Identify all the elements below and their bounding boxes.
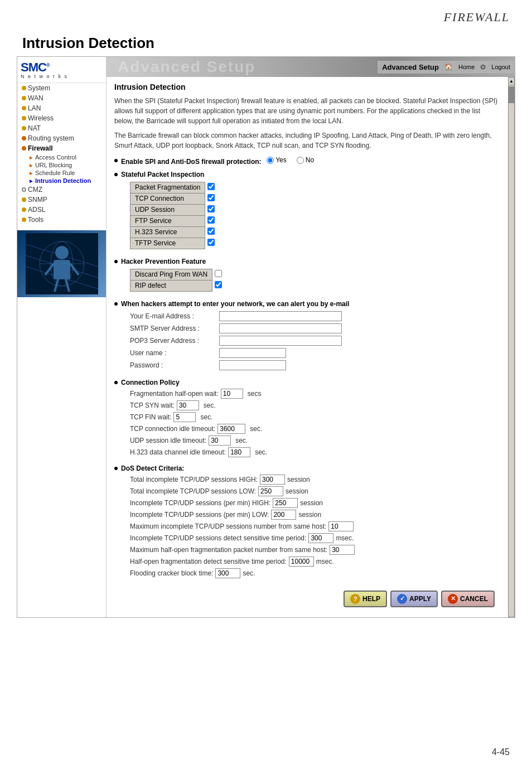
tftp-service-checkbox[interactable] [207,239,215,246]
sidebar-item-tools[interactable]: Tools [17,215,106,225]
spi-no-radio[interactable] [297,157,304,164]
dos-tcp-udp-high-input[interactable] [260,475,285,485]
hacker-bullet-item: Hacker Prevention Feature Discard Ping F… [114,257,500,295]
home-link[interactable]: Home [458,64,475,70]
dos-section-wrap: DoS Detect Criteria: Total incomplete TC… [121,464,357,580]
dos-max-same-host-input[interactable] [328,521,354,531]
sidebar-item-adsl[interactable]: ADSL [17,205,106,215]
sidebar-item-firewall[interactable]: Firewall [17,143,106,153]
dos-max-same-host-row: Maximum incomplete TCP/UDP sessions numb… [130,521,357,531]
udp-idle-input[interactable] [209,436,231,446]
h323-idle-row: H.323 data channel idle timeout: sec. [130,447,267,457]
sidebar-item-intrusion-detection[interactable]: ► Intrusion Detection [26,177,106,185]
sidebar-item-lan[interactable]: LAN [17,103,106,113]
sidebar-item-url-blocking[interactable]: ► URL Blocking [26,161,106,169]
dos-tcp-udp-high-row: Total incomplete TCP/UDP sessions HIGH: … [130,475,357,485]
smtp-addr-input[interactable] [219,323,342,333]
pop3-addr-row: POP3 Server Address : [130,336,349,346]
hacker-bullet-dot [114,260,118,263]
conn-policy-bullet-item: Connection Policy Fragmentation half-ope… [114,378,500,459]
spi-bullet-dot [114,159,118,162]
dos-tcp-udp-low-input[interactable] [258,486,283,496]
tcp-conn-checkbox[interactable] [207,194,215,201]
page-number: 4-45 [492,747,510,757]
access-control-arrow: ► [28,154,34,161]
dos-incomplete-low-input[interactable] [271,510,296,520]
email-addr-input[interactable] [219,311,342,321]
dos-max-half-open-input[interactable] [330,545,355,555]
sidebar-item-system[interactable]: System [17,83,106,93]
conn-policy-bullet-dot [114,381,118,384]
apply-button[interactable]: ✓ APPLY [390,591,438,607]
tftp-service-label: TFTP Service [130,238,205,249]
ftp-service-checkbox[interactable] [207,216,215,224]
scrollbar-thumb[interactable] [509,86,514,103]
spi-check-table: Packet Fragmentation TCP Connecti [130,182,217,249]
packet-frag-checkbox[interactable] [207,183,215,190]
firewall-bullet [22,146,26,151]
sidebar-item-snmp[interactable]: SNMP [17,195,106,205]
udp-session-checkbox[interactable] [207,205,215,212]
spi-yes-label: Yes [275,156,287,164]
dos-flooding-input[interactable] [215,568,240,578]
scrollbar-up-button[interactable]: ▲ [509,78,514,85]
header-separator: ⊙ [480,63,486,71]
tcp-idle-input[interactable] [217,424,245,434]
content-header-right: Advanced Setup 🏠 Home ⊙ Logout [378,61,515,74]
sidebar-item-access-control[interactable]: ► Access Control [26,153,106,161]
udp-session-label: UDP Session [130,204,205,215]
dos-incomplete-high-input[interactable] [273,498,298,508]
spi-yes-option[interactable]: Yes [267,156,287,164]
h323-idle-input[interactable] [228,447,250,457]
intrusion-detection-arrow: ► [28,178,34,184]
dos-detect-sensitive-row: Incomplete TCP/UDP sessions detect sensi… [130,533,357,543]
smtp-addr-label: SMTP Server Address : [130,325,219,332]
dos-incomplete-high-row: Incomplete TCP/UDP sessions (per min) HI… [130,498,357,508]
tcp-syn-wait-input[interactable] [177,400,199,410]
cmz-bullet [22,187,26,192]
sidebar-item-cmz[interactable]: CMZ [17,185,106,195]
rip-defect-checkbox[interactable] [215,281,222,288]
password-row: Password : [130,360,349,370]
system-bullet [22,86,26,90]
dos-detect-sensitive-input[interactable] [308,533,333,543]
cancel-button[interactable]: ✕ CANCEL [441,591,495,607]
sidebar-item-schedule-rule[interactable]: ► Schedule Rule [26,169,106,177]
smc-logo: SMC® N e t w o r k s [21,61,103,79]
dos-tcp-udp-low-row: Total incomplete TCP/UDP sessions LOW: s… [130,486,357,496]
page-title: Intrusion Detection [0,29,532,56]
password-input[interactable] [219,360,286,370]
logout-link[interactable]: Logout [491,64,510,70]
discard-ping-checkbox[interactable] [215,270,222,277]
table-row: TCP Connection [130,193,217,204]
firewall-subnav: ► Access Control ► URL Blocking ► Schedu… [17,153,106,185]
sidebar-decorative-image [17,230,106,297]
smc-logo-area: SMC® N e t w o r k s [17,57,106,83]
sidebar-item-nat[interactable]: NAT [17,123,106,133]
advanced-setup-label: Advanced Setup [382,63,439,71]
sidebar-item-routing[interactable]: Routing system [17,133,106,143]
scrollbar[interactable]: ▲ [508,77,515,617]
username-input[interactable] [219,348,286,358]
bottom-buttons: ? HELP ✓ APPLY ✕ CANCEL [114,586,500,612]
spi-no-option[interactable]: No [297,156,314,164]
dos-bullet-dot [114,467,118,470]
svg-rect-5 [54,260,70,279]
spi-yes-radio[interactable] [267,157,274,164]
content-with-scroll: Intrusion Detection When the SPI (Statef… [107,77,515,617]
username-row: User name : [130,348,349,358]
username-label: User name : [130,349,219,357]
sidebar-item-wireless[interactable]: Wireless [17,113,106,123]
pop3-addr-input[interactable] [219,336,342,346]
sidebar-item-wan[interactable]: WAN [17,93,106,103]
dos-half-open-sensitive-input[interactable] [289,557,314,567]
smtp-addr-row: SMTP Server Address : [130,323,349,333]
dos-flooding-row: Flooding cracker block time: sec. [130,568,357,578]
conn-policy-section: Connection Policy Fragmentation half-ope… [121,378,267,459]
tcp-fin-wait-input[interactable] [173,412,196,422]
help-button[interactable]: ? HELP [344,591,387,607]
frag-half-open-input[interactable] [221,389,243,399]
apply-icon: ✓ [397,594,407,604]
table-row: TFTP Service [130,238,217,249]
h323-service-checkbox[interactable] [207,228,215,235]
